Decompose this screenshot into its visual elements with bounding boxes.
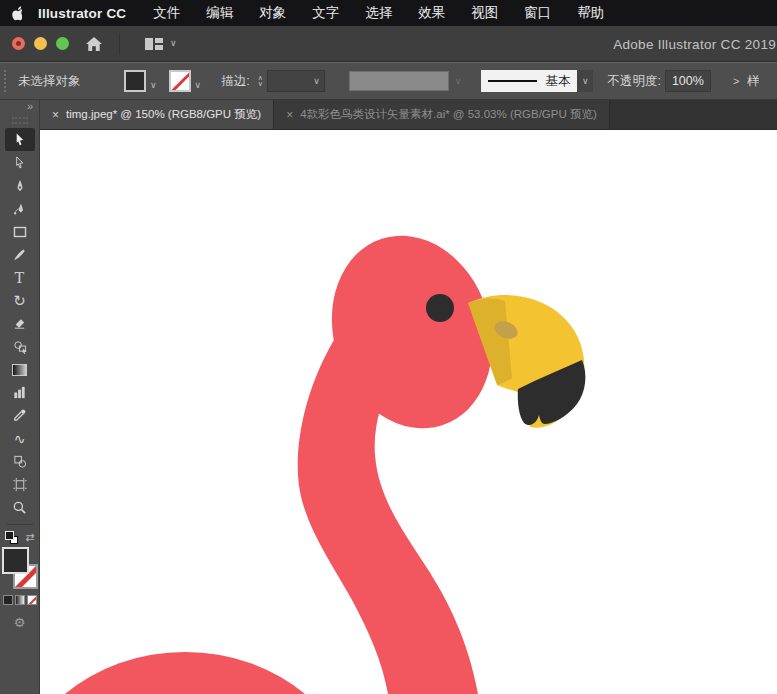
expand-panel-icon[interactable]: » bbox=[27, 100, 33, 114]
tool-type[interactable]: T bbox=[5, 266, 35, 289]
stroke-weight-stepper[interactable]: ∧ ∨ bbox=[258, 75, 263, 87]
tool-symbols[interactable] bbox=[5, 450, 35, 473]
tab-label: timg.jpeg* @ 150% (RGB8/GPU 预览) bbox=[66, 107, 261, 122]
menu-item-select[interactable]: 选择 bbox=[352, 4, 405, 22]
tool-rotate[interactable]: ↻ bbox=[5, 289, 35, 312]
default-fill-stroke-button[interactable] bbox=[5, 531, 18, 544]
zoom-window-button[interactable] bbox=[56, 37, 69, 50]
close-tab-icon[interactable]: × bbox=[52, 108, 59, 122]
arrange-documents-button[interactable]: ∨ bbox=[144, 36, 177, 52]
shape-builder-icon bbox=[12, 339, 28, 354]
fill-color-swatch[interactable] bbox=[124, 70, 146, 92]
tool-shaper[interactable]: ∿ bbox=[5, 427, 35, 450]
fill-stroke-indicator bbox=[1, 547, 39, 589]
column-graph-icon bbox=[12, 385, 27, 400]
tool-artboard[interactable] bbox=[5, 473, 35, 496]
macos-menu-bar: Illustrator CC 文件 编辑 对象 文字 选择 效果 视图 窗口 帮… bbox=[0, 0, 777, 26]
menu-item-object[interactable]: 对象 bbox=[246, 4, 299, 22]
eraser-icon bbox=[12, 316, 27, 331]
menu-item-file[interactable]: 文件 bbox=[140, 4, 193, 22]
gradient-icon bbox=[12, 364, 27, 376]
window-title: Adobe Illustrator CC 2019 bbox=[613, 26, 777, 62]
paintbrush-icon bbox=[12, 247, 27, 263]
tool-selection[interactable] bbox=[5, 128, 35, 151]
pen-nib-icon bbox=[13, 178, 27, 194]
fill-color-indicator[interactable] bbox=[2, 547, 29, 574]
none-button[interactable] bbox=[27, 595, 37, 605]
flamingo-body bbox=[40, 652, 357, 694]
symbols-icon bbox=[12, 454, 28, 469]
flamingo-eye bbox=[426, 294, 454, 322]
tool-gradient[interactable] bbox=[5, 358, 35, 381]
stroke-weight-dropdown[interactable]: ∨ bbox=[267, 70, 325, 92]
menu-item-effect[interactable]: 效果 bbox=[405, 4, 458, 22]
artboard-icon bbox=[12, 477, 28, 492]
menu-app-name[interactable]: Illustrator CC bbox=[38, 6, 126, 21]
tool-eyedropper[interactable] bbox=[5, 404, 35, 427]
color-mode-strip bbox=[3, 595, 37, 605]
opacity-input[interactable]: 100% bbox=[665, 70, 711, 92]
gradient-button[interactable] bbox=[15, 595, 25, 605]
tab-label: 4款彩色鸟类设计矢量素材.ai* @ 53.03% (RGB/GPU 预览) bbox=[300, 107, 597, 122]
tool-direct-selection[interactable] bbox=[5, 151, 35, 174]
curvature-pen-icon bbox=[13, 201, 27, 217]
document-canvas[interactable] bbox=[40, 130, 777, 694]
eyedropper-icon bbox=[12, 408, 27, 423]
fill-chevron-icon[interactable]: ∨ bbox=[150, 80, 157, 90]
selection-arrow-icon bbox=[12, 132, 27, 148]
width-profile-chevron-icon: ∨ bbox=[455, 76, 462, 86]
selection-status: 未选择对象 bbox=[18, 73, 106, 90]
brush-stroke-preview bbox=[488, 80, 537, 82]
variable-width-profile-swatch[interactable] bbox=[349, 71, 449, 91]
home-icon[interactable] bbox=[79, 36, 109, 52]
document-tab-bar: × timg.jpeg* @ 150% (RGB8/GPU 预览) × 4款彩色… bbox=[40, 100, 777, 130]
menu-item-window[interactable]: 窗口 bbox=[511, 4, 564, 22]
tools-divider bbox=[7, 524, 33, 525]
titlebar-divider bbox=[119, 33, 120, 55]
menu-item-type[interactable]: 文字 bbox=[299, 4, 352, 22]
menu-item-help[interactable]: 帮助 bbox=[564, 4, 617, 22]
color-button[interactable] bbox=[3, 595, 13, 605]
tool-column-graph[interactable] bbox=[5, 381, 35, 404]
stroke-weight-chevron-icon[interactable]: ∨ bbox=[313, 77, 320, 86]
rectangle-icon bbox=[12, 224, 28, 240]
clipped-style-label: 样 bbox=[747, 73, 759, 90]
close-tab-icon[interactable]: × bbox=[286, 108, 293, 122]
flamingo-artwork bbox=[40, 130, 777, 694]
toolbar-menu-icon[interactable]: ⚙ bbox=[14, 615, 26, 630]
window-title-bar: ∨ Adobe Illustrator CC 2019 bbox=[0, 26, 777, 62]
tab-bird-vector-ai[interactable]: × 4款彩色鸟类设计矢量素材.ai* @ 53.03% (RGB/GPU 预览) bbox=[274, 100, 610, 129]
tool-zoom[interactable] bbox=[5, 496, 35, 519]
brush-style-value: 基本 bbox=[545, 73, 570, 90]
menu-item-edit[interactable]: 编辑 bbox=[193, 4, 246, 22]
minimize-window-button[interactable] bbox=[34, 37, 47, 50]
tools-panel-grip[interactable] bbox=[12, 117, 28, 124]
opacity-more-chevron-icon[interactable]: > bbox=[733, 75, 739, 87]
stroke-chevron-icon[interactable]: ∨ bbox=[195, 80, 202, 90]
swap-fill-stroke-icon[interactable]: ⇄ bbox=[25, 531, 34, 544]
direct-selection-arrow-icon bbox=[12, 155, 27, 171]
tool-shape-builder[interactable] bbox=[5, 335, 35, 358]
zoom-icon bbox=[12, 500, 27, 515]
menu-item-view[interactable]: 视图 bbox=[458, 4, 511, 22]
type-tool-icon: T bbox=[15, 269, 25, 287]
opacity-label: 不透明度: bbox=[607, 73, 660, 90]
close-window-button[interactable] bbox=[12, 37, 25, 50]
control-bar-grip[interactable] bbox=[4, 70, 8, 92]
illustrator-window: Illustrator CC 文件 编辑 对象 文字 选择 效果 视图 窗口 帮… bbox=[0, 0, 777, 694]
tool-rectangle[interactable] bbox=[5, 220, 35, 243]
brush-definition-dropdown[interactable]: 基本 ∨ bbox=[481, 70, 593, 92]
brush-chevron-icon[interactable]: ∨ bbox=[582, 77, 589, 86]
tool-eraser[interactable] bbox=[5, 312, 35, 335]
tool-pen[interactable] bbox=[5, 174, 35, 197]
control-bar: 未选择对象 ∨ ∨ 描边: ∧ ∨ ∨ ∨ 基本 ∨ 不透明度: 100% > … bbox=[0, 62, 777, 100]
apple-menu-icon[interactable] bbox=[0, 6, 30, 21]
tool-curvature[interactable] bbox=[5, 197, 35, 220]
stepper-down-icon[interactable]: ∨ bbox=[258, 81, 263, 87]
tool-paintbrush[interactable] bbox=[5, 243, 35, 266]
arrange-documents-icon bbox=[144, 36, 164, 52]
stroke-color-none-swatch[interactable] bbox=[169, 70, 191, 92]
rotate-tool-icon: ↻ bbox=[13, 292, 26, 310]
shaper-tool-icon: ∿ bbox=[14, 431, 26, 447]
tab-timg-jpeg[interactable]: × timg.jpeg* @ 150% (RGB8/GPU 预览) bbox=[40, 100, 274, 129]
